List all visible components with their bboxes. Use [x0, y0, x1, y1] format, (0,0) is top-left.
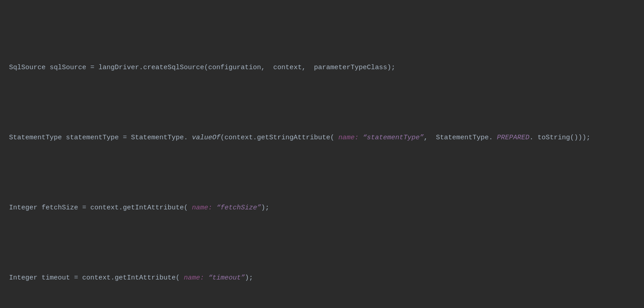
code-line-2: StatementType statementType = StatementT… [0, 131, 644, 145]
code-line-4: Integer timeout = context.getIntAttribut… [0, 271, 644, 285]
code-editor: SqlSource sqlSource = langDriver.createS… [0, 0, 644, 308]
code-line-1: SqlSource sqlSource = langDriver.createS… [0, 61, 644, 75]
code-line-3: Integer fetchSize = context.getIntAttrib… [0, 201, 644, 215]
